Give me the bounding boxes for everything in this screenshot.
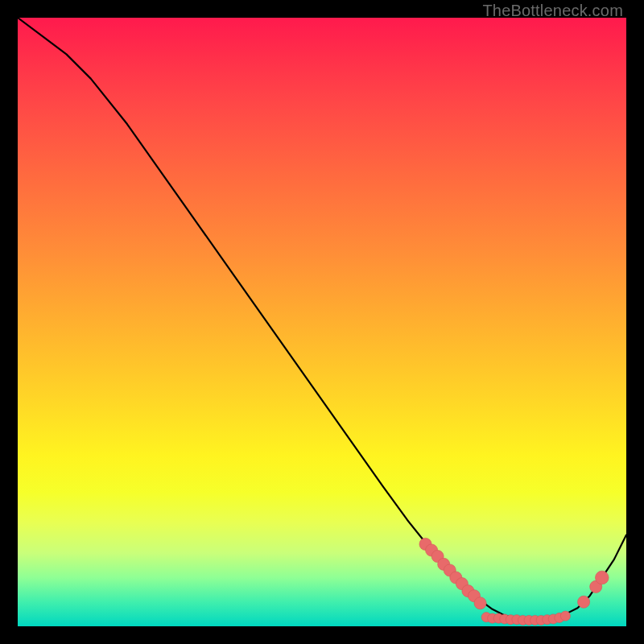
chart-frame: TheBottleneck.com (0, 0, 644, 644)
chart-marker (474, 597, 486, 609)
chart-svg-layer (18, 18, 626, 626)
attribution-label: TheBottleneck.com (482, 2, 623, 20)
chart-marker (595, 571, 609, 584)
chart-curve (18, 18, 626, 620)
chart-marker (578, 596, 590, 608)
chart-marker (560, 611, 570, 621)
chart-markers (419, 538, 609, 625)
